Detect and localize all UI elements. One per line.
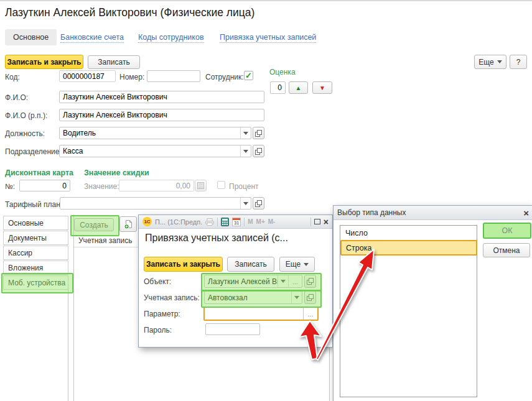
code-field[interactable]: 0000000187	[59, 70, 116, 82]
sidebar-item-mobile-devices[interactable]: Моб. устройства	[3, 275, 68, 290]
list-item-number[interactable]: Число	[341, 226, 477, 240]
choose-button[interactable]: ...	[288, 275, 302, 287]
create-group-button[interactable]	[119, 216, 137, 232]
down-triangle-icon: ▼	[319, 85, 325, 91]
modal-save-button[interactable]: Записать	[227, 257, 274, 272]
type-select-dialog: Выбор типа данных × Число Строка ОК Отме…	[333, 205, 532, 401]
code-label: Код:	[5, 73, 20, 81]
tab-main[interactable]: Основное	[5, 29, 57, 45]
binding-modal: 1С П... (1С:Предп. 31 M M+ M- × Привязка…	[138, 214, 333, 348]
department-label: Подразделение:	[5, 147, 62, 156]
sidebar-item-attachments[interactable]: Вложения	[3, 260, 68, 275]
page-title: Лазуткин Алексей Викторович (Физические …	[5, 6, 254, 19]
object-label: Объект:	[144, 277, 171, 286]
employee-checkbox[interactable]: ✓	[244, 71, 253, 80]
percent-checkbox[interactable]	[217, 181, 225, 189]
memory-minus-button[interactable]: M-	[268, 218, 276, 225]
memory-plus-button[interactable]: M+	[256, 218, 265, 225]
position-open-button[interactable]	[253, 127, 264, 139]
dropdown-arrow-icon	[243, 132, 248, 135]
help-button[interactable]: ?	[510, 55, 527, 69]
check-icon: ✓	[245, 71, 252, 80]
position-combo[interactable]: Водитель	[59, 127, 251, 139]
modal-titlebar[interactable]: 1С П... (1С:Предп. 31 M M+ M- ×	[139, 215, 332, 229]
window-top-border	[0, 0, 532, 1]
fio-field[interactable]: Лазуткин Алексей Викторович	[59, 91, 264, 103]
dialog-titlebar[interactable]: Выбор типа данных ×	[334, 206, 532, 220]
sidebar-divider	[68, 290, 68, 401]
sidebar-item-cashier[interactable]: Кассир	[3, 246, 68, 260]
calculator-button[interactable]	[195, 180, 207, 191]
parameter-field[interactable]: ...	[203, 307, 319, 321]
maximize-icon[interactable]	[314, 219, 320, 224]
department-open-button[interactable]	[253, 145, 264, 157]
titlebar-separator	[310, 218, 311, 226]
titlebar-separator	[217, 218, 218, 226]
rating-label: Оценка	[269, 68, 296, 76]
open-icon	[307, 278, 314, 285]
close-icon[interactable]: ×	[324, 218, 329, 226]
rating-down-button[interactable]: ▼	[312, 81, 332, 94]
print-icon	[205, 218, 214, 226]
account-combo[interactable]: Автовокзал	[204, 291, 302, 304]
tariff-plan-open-button[interactable]	[253, 197, 264, 210]
modal-more-button[interactable]: Еще	[279, 257, 315, 272]
create-button[interactable]: Создать	[74, 218, 114, 231]
tariff-plan-label: Тарифный план:	[5, 200, 62, 209]
fio-label: Ф.И.О:	[5, 93, 28, 102]
account-open-button[interactable]	[304, 291, 316, 304]
calendar-icon[interactable]: 31	[232, 218, 241, 226]
department-combo[interactable]: Касса	[59, 145, 251, 157]
discount-card-header: Дисконтная карта	[5, 168, 73, 177]
number-field[interactable]	[147, 70, 200, 82]
dropdown-button[interactable]	[240, 145, 251, 157]
tab-account-binding[interactable]: Привязка учетных записей	[220, 33, 316, 43]
card-number-label: №:	[5, 182, 15, 191]
account-label: Учетная запись:	[144, 293, 200, 302]
card-number-field[interactable]: 0	[19, 180, 70, 191]
dropdown-arrow-icon	[497, 60, 502, 63]
dropdown-arrow-icon	[294, 296, 299, 299]
dropdown-arrow-icon	[304, 263, 309, 266]
dropdown-button[interactable]	[291, 292, 302, 303]
sidebar-item-main[interactable]: Основные	[3, 216, 68, 230]
password-label: Пароль:	[144, 326, 172, 334]
open-icon	[307, 294, 314, 301]
discount-value-header: Значение скидки	[84, 168, 149, 177]
dropdown-arrow-icon	[243, 202, 248, 205]
save-button[interactable]: Записать	[88, 55, 140, 69]
discount-value-field[interactable]: 0,00	[119, 180, 194, 191]
dropdown-button[interactable]	[278, 275, 288, 287]
dropdown-button[interactable]	[240, 127, 251, 139]
modal-heading: Привязка учетных записей (с...	[145, 233, 288, 244]
app-window: Лазуткин Алексей Викторович (Физические …	[0, 0, 532, 401]
list-item-string[interactable]: Строка	[340, 240, 477, 256]
modal-title: П... (1С:Предп.	[155, 218, 202, 226]
calculator-icon	[197, 182, 204, 189]
password-field[interactable]	[205, 323, 260, 335]
ok-button[interactable]: ОК	[483, 223, 531, 239]
more-button[interactable]: Еще	[474, 55, 506, 69]
cancel-button[interactable]: Отмена	[483, 243, 530, 257]
tariff-plan-combo[interactable]	[60, 197, 251, 210]
object-open-button[interactable]	[304, 275, 316, 288]
open-icon	[255, 130, 262, 137]
rating-up-button[interactable]: ▲	[289, 81, 308, 94]
save-and-close-button[interactable]: Записать и закрыть	[5, 55, 83, 69]
calculator-icon[interactable]	[221, 218, 229, 226]
parameter-choose-button[interactable]: ...	[303, 308, 317, 320]
memory-button[interactable]: M	[248, 218, 253, 225]
modal-save-and-close-button[interactable]: Записать и закрыть	[144, 257, 223, 272]
tab-bank-accounts[interactable]: Банковские счета	[60, 33, 124, 43]
close-icon[interactable]: ×	[523, 208, 529, 218]
dropdown-button[interactable]	[240, 198, 251, 209]
object-combo[interactable]: Лазуткин Алексей Ви ...	[204, 275, 302, 288]
fio-genitive-field[interactable]: Лазуткин Алексей Викторович	[59, 109, 264, 121]
tab-employee-codes[interactable]: Коды сотрудников	[138, 33, 204, 43]
fio-genitive-label: Ф.И.О (р.п.):	[5, 111, 47, 120]
sidebar-item-documents[interactable]: Документы	[3, 231, 68, 245]
rating-field[interactable]: 0	[270, 81, 286, 94]
open-icon	[255, 200, 262, 207]
number-label: Номер:	[119, 73, 144, 81]
dialog-title: Выбор типа данных	[337, 208, 406, 217]
